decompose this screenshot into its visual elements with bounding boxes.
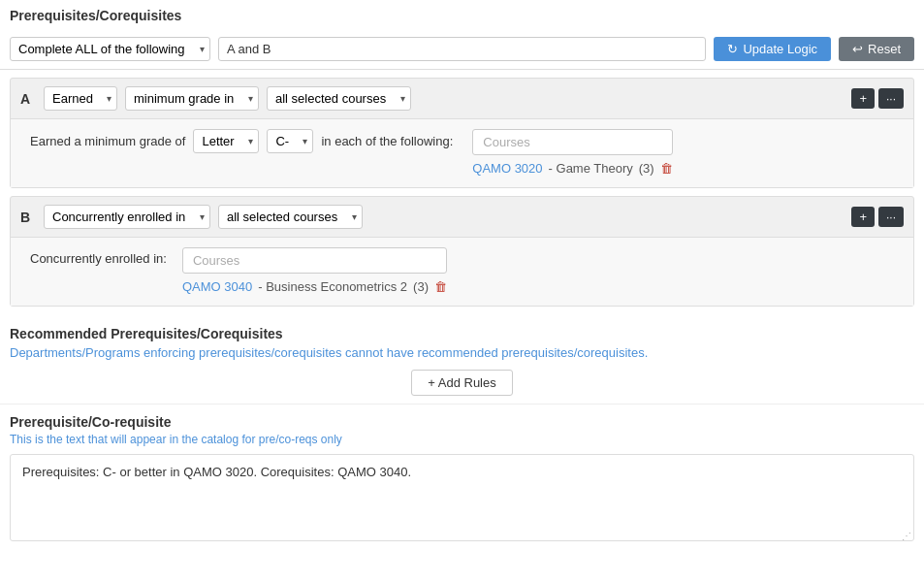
rule-a-grade-select-wrap[interactable]: minimum grade in ▾ [125, 86, 259, 111]
rule-a-letter: A [20, 91, 36, 107]
rule-b-detail: Concurrently enrolled in: Courses QAMO 3… [11, 237, 913, 306]
update-logic-button[interactable]: Update Logic [714, 37, 831, 61]
recommended-note-end: . [645, 345, 649, 360]
rule-a-in-each-label: in each of the following: [321, 134, 453, 148]
add-rules-wrap: + Add Rules [10, 370, 914, 396]
recommended-note-plain: Departments/Programs enforcing prerequis… [10, 345, 418, 360]
rule-a-plus-icon [859, 91, 867, 106]
recommended-note: Departments/Programs enforcing prerequis… [10, 345, 914, 360]
rule-block-b: B Concurrently enrolled in ▾ all selecte… [10, 196, 914, 307]
rule-b-course-link[interactable]: QAMO 3040 [182, 279, 252, 294]
rule-block-a: A Earned ▾ minimum grade in ▾ all select… [10, 78, 914, 188]
resize-handle-icon: ⋰ [902, 532, 911, 541]
rule-b-courses-input[interactable]: Courses [182, 247, 447, 274]
rule-a-trash-icon[interactable]: 🗑 [660, 161, 673, 176]
reset-button[interactable]: Reset [839, 37, 914, 61]
rule-a-courses-select-wrap[interactable]: all selected courses ▾ [267, 86, 411, 111]
coreq-subtitle: This is the text that will appear in the… [10, 433, 914, 446]
rule-a-courses-select[interactable]: all selected courses [267, 86, 411, 111]
rule-a-grade-row: Earned a minimum grade of Letter ▾ C- ▾ … [30, 129, 453, 153]
rule-a-course-credits: (3) [639, 161, 654, 176]
rule-b-more-button[interactable] [878, 207, 904, 227]
rule-a-type-select[interactable]: Earned [44, 86, 117, 111]
coreq-title: Prerequisite/Co-requisite [10, 414, 914, 430]
rule-a-grade-select[interactable]: minimum grade in [125, 86, 259, 111]
rule-b-course-item: QAMO 3040 - Business Econometrics 2 (3) … [182, 279, 447, 294]
recommended-section: Recommended Prerequisites/Corequisites D… [0, 314, 924, 404]
rule-b-courses-select[interactable]: all selected courses [218, 205, 363, 229]
rule-b-courses-select-wrap[interactable]: all selected courses ▾ [218, 205, 363, 229]
rule-a-courses-area: Courses QAMO 3020 - Game Theory (3) 🗑 [472, 129, 672, 176]
coreq-section: Prerequisite/Co-requisite This is the te… [0, 404, 924, 554]
rule-a-course-item: QAMO 3020 - Game Theory (3) 🗑 [472, 161, 672, 176]
rule-b-plus-icon [859, 210, 867, 224]
prereq-header: Complete ALL of the following ▾ Update L… [0, 29, 924, 70]
add-rules-label: + Add Rules [428, 375, 495, 390]
complete-select-wrap[interactable]: Complete ALL of the following ▾ [10, 37, 210, 61]
rule-b-course-name: - Business Econometrics 2 [258, 279, 407, 294]
rule-a-type-select-wrap[interactable]: Earned ▾ [44, 86, 117, 111]
rule-b-type-select-wrap[interactable]: Concurrently enrolled in ▾ [44, 205, 210, 229]
recommended-title: Recommended Prerequisites/Corequisites [10, 326, 914, 341]
rule-a-ellipsis-icon [886, 91, 896, 106]
rule-b-detail-label: Concurrently enrolled in: [30, 247, 167, 266]
reset-icon [852, 42, 863, 56]
rule-a-grade-type-wrap[interactable]: Letter ▾ [193, 129, 259, 153]
refresh-icon [727, 42, 738, 56]
rule-a-course-link[interactable]: QAMO 3020 [472, 161, 542, 176]
rule-a-grade-type-select[interactable]: Letter [193, 129, 259, 153]
rule-b-letter: B [20, 210, 36, 225]
rule-b-ellipsis-icon [886, 210, 896, 224]
rule-a-add-button[interactable] [851, 88, 875, 109]
rule-b-courses-placeholder: Courses [193, 253, 239, 268]
add-rules-button[interactable]: + Add Rules [411, 370, 512, 396]
rule-a-grade-value-select[interactable]: C- [267, 129, 313, 153]
prereq-section-title: Prerequisites/Corequisites [0, 0, 924, 29]
rule-a-detail: Earned a minimum grade of Letter ▾ C- ▾ … [11, 118, 913, 187]
rule-a-course-name: - Game Theory [549, 161, 633, 176]
rule-a-actions [851, 88, 904, 109]
reset-label: Reset [868, 42, 901, 56]
rule-a-grade-value-wrap[interactable]: C- ▾ [267, 129, 313, 153]
rule-b-actions [851, 207, 904, 227]
rule-a-courses-input[interactable]: Courses [472, 129, 672, 155]
rule-a-header: A Earned ▾ minimum grade in ▾ all select… [11, 79, 913, 118]
complete-select[interactable]: Complete ALL of the following [10, 37, 210, 61]
rule-b-trash-icon[interactable]: 🗑 [434, 279, 447, 294]
rule-a-more-button[interactable] [878, 88, 904, 109]
rule-a-detail-label: Earned a minimum grade of [30, 134, 185, 148]
rule-a-courses-placeholder: Courses [483, 135, 529, 149]
rule-b-courses-area: Courses QAMO 3040 - Business Econometric… [182, 247, 447, 294]
rule-b-course-credits: (3) [413, 279, 429, 294]
update-logic-label: Update Logic [743, 42, 817, 56]
rule-b-type-select[interactable]: Concurrently enrolled in [44, 205, 210, 229]
coreq-textarea-wrapper: Prerequisites: C- or better in QAMO 3020… [10, 454, 914, 544]
rule-b-add-button[interactable] [851, 207, 875, 227]
coreq-textarea[interactable]: Prerequisites: C- or better in QAMO 3020… [10, 454, 914, 541]
logic-text-input[interactable] [218, 37, 706, 61]
recommended-note-link: recommended prerequisites/corequisites [418, 345, 645, 360]
rule-b-header: B Concurrently enrolled in ▾ all selecte… [11, 197, 913, 237]
